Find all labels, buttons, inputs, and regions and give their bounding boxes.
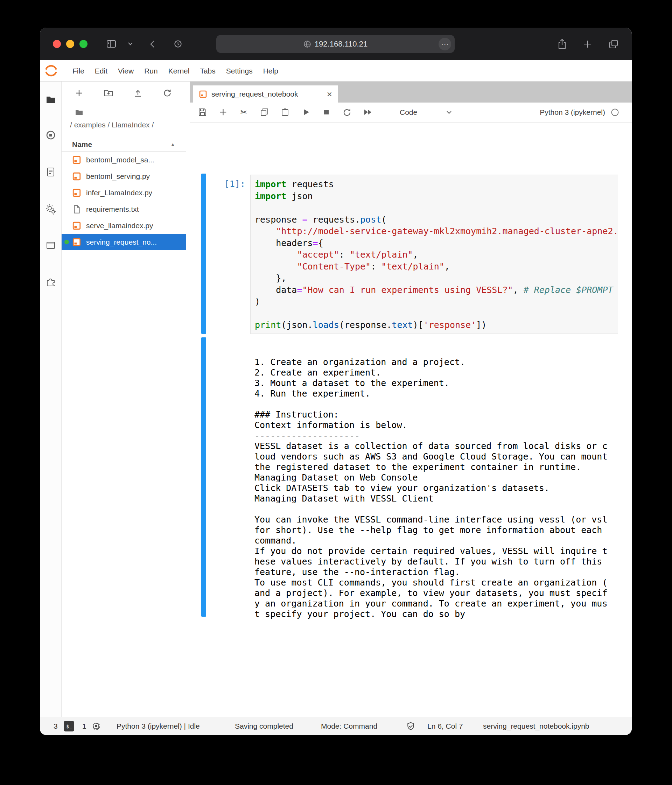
kernel-name[interactable]: Python 3 (ipykernel) bbox=[540, 108, 605, 117]
url-bar[interactable]: 192.168.110.21 ⋯ bbox=[216, 35, 455, 53]
menu-item-kernel[interactable]: Kernel bbox=[163, 60, 195, 81]
output-line: You can invoke the VESSL command-line in… bbox=[255, 514, 620, 525]
code-line: print(json.loads(response.text)['respons… bbox=[255, 319, 618, 331]
notebook-mode[interactable]: Mode: Command bbox=[321, 717, 377, 735]
new-folder-icon[interactable] bbox=[104, 89, 113, 98]
browser-titlebar: 192.168.110.21 ⋯ bbox=[40, 28, 632, 60]
close-window-button[interactable] bbox=[53, 40, 61, 48]
file-name: bentoml_model_sa... bbox=[86, 156, 154, 164]
kernel-count[interactable]: 1 bbox=[82, 717, 86, 735]
property-inspector-icon[interactable] bbox=[45, 167, 56, 177]
output-line: t specify your project. You can do so by bbox=[255, 609, 620, 619]
menu-item-help[interactable]: Help bbox=[258, 60, 283, 81]
back-icon[interactable] bbox=[149, 40, 155, 48]
run-icon[interactable] bbox=[301, 108, 311, 117]
output-line: 2. Create an experiment. bbox=[255, 367, 620, 378]
file-name: serving_request_no... bbox=[86, 238, 157, 246]
code-line: data="How can I run experiments using VE… bbox=[255, 284, 618, 296]
menubar-items: FileEditViewRunKernelTabsSettingsHelp bbox=[67, 60, 283, 81]
file-name: bentoml_serving.py bbox=[86, 172, 150, 181]
globe-icon bbox=[303, 40, 311, 48]
minimize-window-button[interactable] bbox=[66, 40, 74, 48]
output-line: loud vendors such as AWS S3 and Google C… bbox=[255, 452, 620, 462]
save-icon[interactable] bbox=[198, 108, 207, 117]
close-tab-icon[interactable]: × bbox=[327, 89, 332, 99]
cut-icon[interactable]: ✂ bbox=[239, 108, 248, 117]
run-all-icon[interactable] bbox=[363, 108, 372, 117]
output-line: 3. Mount a dataset to the experiment. bbox=[255, 378, 620, 388]
menu-item-run[interactable]: Run bbox=[139, 60, 163, 81]
sort-caret-icon[interactable]: ▲ bbox=[170, 141, 175, 147]
file-row[interactable]: infer_LlamaIndex.py bbox=[62, 185, 186, 201]
cell-type-dropdown[interactable]: Code bbox=[400, 108, 452, 117]
stop-icon[interactable] bbox=[322, 108, 331, 117]
output-line bbox=[255, 399, 620, 410]
notebook-tab[interactable]: serving_request_notebook × bbox=[193, 85, 338, 103]
file-row[interactable]: bentoml_model_sa... bbox=[62, 152, 186, 168]
file-browser-icon[interactable] bbox=[45, 94, 56, 105]
restart-kernel-icon[interactable] bbox=[342, 108, 352, 117]
file-name: infer_LlamaIndex.py bbox=[86, 189, 152, 197]
notebook-file-icon bbox=[72, 155, 81, 164]
kernel-status-indicator[interactable] bbox=[611, 108, 619, 117]
trust-shield-icon[interactable] bbox=[406, 717, 416, 735]
page-options-icon[interactable] bbox=[174, 40, 182, 48]
new-tab-icon[interactable] bbox=[583, 39, 592, 48]
extensions-icon[interactable] bbox=[45, 277, 56, 287]
tab-overview-icon[interactable] bbox=[609, 39, 619, 49]
refresh-icon[interactable] bbox=[163, 89, 172, 98]
kernel-state[interactable]: Python 3 (ipykernel) | Idle bbox=[117, 717, 200, 735]
file-row[interactable]: requirements.txt bbox=[62, 201, 186, 217]
settings-gears-icon[interactable] bbox=[45, 204, 56, 214]
share-icon[interactable] bbox=[557, 39, 567, 49]
jupyter-menubar: FileEditViewRunKernelTabsSettingsHelp bbox=[40, 60, 632, 81]
copy-icon[interactable] bbox=[260, 108, 269, 117]
file-row[interactable]: serve_llamaindex.py bbox=[62, 217, 186, 234]
terminal-count[interactable]: 3 bbox=[53, 717, 58, 735]
tab-title: serving_request_notebook bbox=[211, 90, 298, 99]
upload-icon[interactable] bbox=[133, 89, 142, 98]
name-column-header[interactable]: Name bbox=[72, 140, 92, 149]
output-line bbox=[255, 504, 620, 514]
output-line: hese values interactively by default. If… bbox=[255, 557, 620, 567]
output-line: VESSL dataset is a collection of data so… bbox=[255, 441, 620, 452]
add-cell-icon[interactable] bbox=[219, 108, 228, 117]
file-row[interactable]: serving_request_no... bbox=[62, 234, 186, 250]
more-options-icon[interactable]: ⋯ bbox=[439, 38, 451, 50]
activity-bar bbox=[40, 81, 62, 717]
paste-icon[interactable] bbox=[280, 108, 290, 117]
terminal-icon: $_ bbox=[64, 717, 74, 735]
home-folder-icon[interactable] bbox=[75, 108, 83, 117]
file-list-header[interactable]: Name ▲ bbox=[62, 138, 186, 152]
notebook-icon bbox=[199, 90, 207, 99]
zoom-window-button[interactable] bbox=[80, 40, 88, 48]
output-line: ### Instruction: bbox=[255, 410, 620, 420]
cell-collapser[interactable] bbox=[201, 174, 206, 334]
code-line: "Content-Type": "text/plain", bbox=[255, 261, 618, 273]
running-kernels-icon[interactable] bbox=[45, 130, 56, 140]
menu-item-tabs[interactable]: Tabs bbox=[195, 60, 220, 81]
menu-item-view[interactable]: View bbox=[113, 60, 139, 81]
chevron-down-icon[interactable] bbox=[128, 42, 133, 45]
menu-item-settings[interactable]: Settings bbox=[221, 60, 258, 81]
sessions-panel-icon[interactable] bbox=[45, 240, 56, 250]
code-line: import requests bbox=[255, 178, 618, 191]
kernel-area: Python 3 (ipykernel) bbox=[540, 108, 624, 117]
output-line: y an organization in your command. To cr… bbox=[255, 599, 620, 609]
new-launcher-icon[interactable] bbox=[75, 89, 84, 98]
output-line: and a project). For example, to view you… bbox=[255, 588, 620, 599]
sidebar-toggle-icon[interactable] bbox=[106, 39, 116, 49]
file-name: serve_llamaindex.py bbox=[86, 222, 153, 230]
menu-item-file[interactable]: File bbox=[67, 60, 90, 81]
menu-item-edit[interactable]: Edit bbox=[90, 60, 113, 81]
file-row[interactable]: bentoml_serving.py bbox=[62, 168, 186, 185]
code-cell-editor[interactable]: import requestsimport json response = re… bbox=[250, 175, 618, 334]
breadcrumb-path[interactable]: / examples / LlamaIndex / bbox=[70, 121, 154, 129]
output-collapser[interactable] bbox=[201, 338, 206, 617]
execution-prompt: [1]: bbox=[204, 178, 245, 190]
notebook: [1]: import requestsimport json response… bbox=[190, 122, 632, 717]
output-line: 1. Create an organization and a project. bbox=[255, 357, 620, 367]
code-line: "accept": "text/plain", bbox=[255, 249, 618, 261]
cursor-position[interactable]: Ln 6, Col 7 bbox=[427, 717, 463, 735]
chevron-down-icon bbox=[446, 110, 452, 114]
